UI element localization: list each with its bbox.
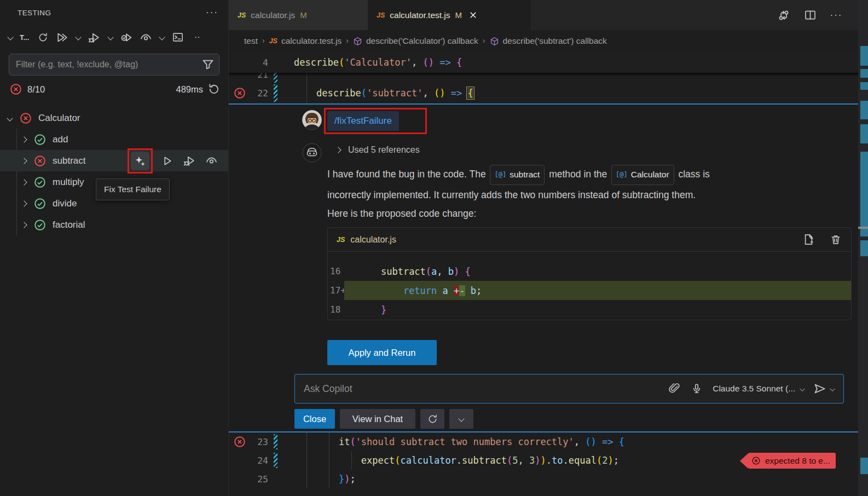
filter-button[interactable] bbox=[202, 59, 214, 71]
run-with-coverage-button[interactable] bbox=[120, 31, 133, 44]
diff-line-17-added: 17+ return a +- b; bbox=[328, 281, 851, 300]
symbol-namespace-icon bbox=[353, 37, 362, 46]
open-test-terminal-button[interactable] bbox=[171, 31, 184, 44]
reveal-test-button[interactable] bbox=[204, 154, 218, 168]
chevron-right-icon: › bbox=[483, 36, 485, 45]
apply-and-rerun-button[interactable]: Apply and Rerun bbox=[327, 340, 437, 365]
watch-dropdown[interactable] bbox=[158, 31, 165, 44]
symbol-chip-subtract[interactable]: [@]subtract bbox=[490, 165, 545, 185]
model-picker[interactable]: Claude 3.5 Sonnet (... bbox=[713, 384, 805, 394]
rerun-request-button[interactable] bbox=[420, 409, 444, 429]
model-label: Claude 3.5 Sonnet (... bbox=[713, 384, 795, 394]
rerun-last-button[interactable] bbox=[207, 83, 221, 96]
breadcrumb-file[interactable]: JS calculator.test.js bbox=[269, 36, 342, 46]
debug-test-button[interactable] bbox=[182, 154, 196, 168]
editor-more-button[interactable]: ··· bbox=[830, 9, 843, 22]
test-filter-input[interactable] bbox=[9, 54, 219, 76]
view-in-chat-button[interactable]: View in Chat bbox=[340, 409, 415, 429]
line-number: 23 bbox=[251, 437, 268, 447]
symbol-chip-calculator[interactable]: [@]Calculator bbox=[611, 165, 674, 185]
indent-guide bbox=[306, 73, 307, 103]
breadcrumb-folder[interactable]: test bbox=[244, 36, 258, 46]
js-test-file-icon: JS bbox=[377, 11, 385, 19]
tab-calculator-test-js[interactable]: JS calculator.test.js M bbox=[368, 0, 531, 30]
rerun-icon bbox=[208, 83, 220, 95]
voice-input-button[interactable] bbox=[690, 382, 703, 395]
run-all-tests-button[interactable] bbox=[55, 31, 68, 44]
close-tab-button[interactable] bbox=[469, 11, 477, 19]
debug-all-tests-button[interactable] bbox=[88, 31, 101, 44]
run-test-button[interactable] bbox=[160, 154, 175, 168]
rerun-icon bbox=[427, 414, 438, 424]
error-icon bbox=[10, 83, 22, 95]
breadcrumb: test › JS calculator.test.js › describe(… bbox=[229, 30, 858, 52]
breadcrumb-symbol-subtract[interactable]: describe('subtract') callback bbox=[490, 36, 607, 46]
more-actions-dropdown[interactable] bbox=[449, 409, 473, 429]
used-references-toggle[interactable]: Used 5 references bbox=[336, 145, 420, 155]
tab-calculator-js[interactable]: JS calculator.js M bbox=[229, 0, 368, 30]
ask-copilot-input[interactable] bbox=[295, 383, 668, 395]
code-line-23-row[interactable]: 23 it('should subtract two numbers corre… bbox=[229, 432, 858, 451]
inline-chat-widget: /fixTestFailure Used 5 references I have… bbox=[229, 103, 858, 432]
test-label: multiply bbox=[53, 177, 84, 188]
chevron-right-icon: › bbox=[262, 36, 265, 45]
codeblock-header: JS calculator.js bbox=[328, 228, 851, 252]
open-changes-button[interactable] bbox=[777, 9, 790, 22]
attach-context-button[interactable] bbox=[668, 382, 681, 395]
chevron-right-icon: › bbox=[346, 36, 349, 45]
overview-ruler[interactable] bbox=[858, 0, 868, 496]
split-editor-button[interactable] bbox=[803, 9, 817, 22]
close-button[interactable]: Close bbox=[294, 409, 335, 429]
test-item-add[interactable]: add bbox=[0, 129, 228, 150]
code-line-22: describe('subtract', () => { bbox=[280, 88, 473, 99]
modified-gutter-indicator bbox=[274, 453, 277, 468]
breadcrumb-symbol-calculator[interactable]: describe('Calculator') callback bbox=[353, 36, 478, 46]
toolbar-more-button[interactable]: ·· bbox=[190, 31, 204, 44]
pass-icon bbox=[34, 219, 46, 231]
terminal-icon bbox=[172, 32, 183, 43]
send-button[interactable] bbox=[814, 383, 835, 395]
ellipsis-icon: ·· bbox=[194, 32, 200, 42]
run-all-dropdown[interactable] bbox=[74, 31, 82, 44]
ellipsis-icon: ··· bbox=[830, 10, 843, 21]
chevron-right-icon bbox=[21, 158, 27, 164]
attach-icon bbox=[669, 383, 680, 394]
watch-eye-icon bbox=[140, 32, 152, 43]
error-icon bbox=[34, 155, 46, 167]
apply-in-editor-button[interactable] bbox=[802, 233, 815, 246]
copilot-message: I have found the bug in the code. The [@… bbox=[327, 165, 848, 223]
code-line-24-row[interactable]: 24 expect(calculator.subtract(5, 3)).to.… bbox=[229, 451, 858, 470]
discard-codeblock-button[interactable] bbox=[829, 233, 842, 246]
test-error-message[interactable]: expected 8 to e... bbox=[740, 453, 836, 469]
section-collapse-button[interactable] bbox=[7, 31, 14, 44]
used-references-label: Used 5 references bbox=[348, 145, 420, 155]
sidebar-more-button[interactable]: ··· bbox=[206, 7, 218, 18]
error-text: expected 8 to e... bbox=[765, 456, 830, 466]
code-line-25-row[interactable]: 25 }); bbox=[229, 470, 858, 488]
line-number: 22 bbox=[251, 88, 268, 99]
close-icon bbox=[469, 11, 477, 19]
vscode-window: TESTING ··· T... bbox=[0, 0, 868, 496]
watch-tests-button[interactable] bbox=[139, 31, 152, 44]
test-failure-gutter-icon[interactable] bbox=[234, 87, 246, 99]
sticky-scroll-line[interactable]: 4 describe('Calculator', () => { bbox=[229, 52, 858, 73]
test-label: factorial bbox=[53, 220, 85, 230]
test-failure-gutter-icon[interactable] bbox=[234, 436, 246, 448]
codeblock-filename[interactable]: calculator.js bbox=[350, 235, 396, 245]
testing-toolbar: T... ·· bbox=[0, 25, 228, 49]
test-item-calculator[interactable]: Calculator bbox=[0, 107, 228, 129]
symbol-namespace-icon bbox=[490, 37, 499, 46]
fix-test-failure-button[interactable] bbox=[131, 152, 149, 170]
annotation-box-fix-test-failure bbox=[128, 148, 153, 174]
debug-all-dropdown[interactable] bbox=[107, 31, 114, 44]
refresh-tests-button[interactable] bbox=[36, 31, 49, 44]
fix-test-failure-tooltip: Fix Test Failure bbox=[96, 178, 170, 200]
copilot-avatar bbox=[302, 143, 322, 163]
chevron-down-icon bbox=[800, 386, 805, 391]
test-item-subtract[interactable]: subtract bbox=[0, 150, 228, 171]
indent-guide bbox=[351, 451, 352, 470]
test-item-factorial[interactable]: factorial bbox=[0, 214, 228, 235]
code-line-24: expect(calculator.subtract(5, 3)).to.equ… bbox=[280, 455, 619, 466]
test-tree: Calculator add subtract bbox=[0, 107, 228, 235]
code-line-22-row[interactable]: 22 describe('subtract', () => { bbox=[229, 83, 858, 103]
